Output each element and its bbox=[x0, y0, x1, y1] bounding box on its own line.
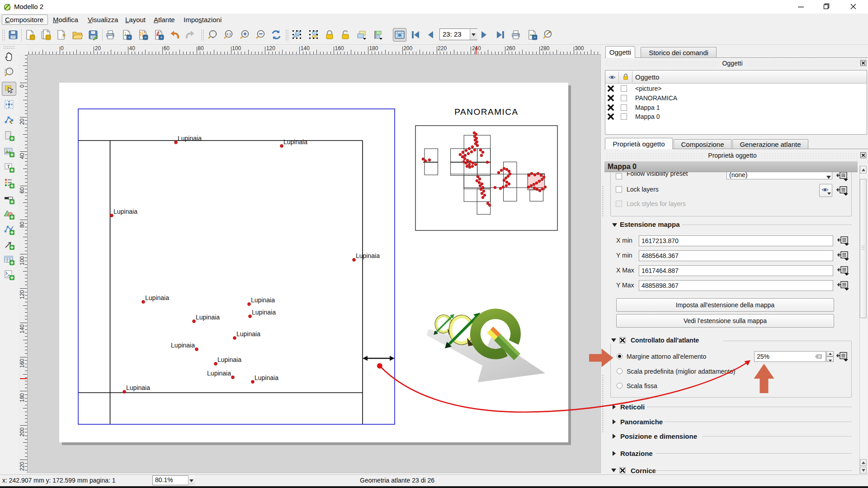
svg-text:Lupinaia: Lupinaia bbox=[113, 208, 137, 215]
svg-text:Lupinaia: Lupinaia bbox=[252, 309, 276, 316]
svg-text:Lupinaia: Lupinaia bbox=[145, 294, 169, 301]
svg-text:Lupinaia: Lupinaia bbox=[217, 356, 241, 363]
svg-text:Lupinaia: Lupinaia bbox=[283, 138, 307, 145]
svg-text:Lupinaia: Lupinaia bbox=[196, 314, 220, 321]
svg-text:1:1: 1:1 bbox=[226, 32, 231, 36]
svg-text:Lupinaia: Lupinaia bbox=[207, 370, 231, 377]
svg-text:T: T bbox=[7, 164, 10, 169]
svg-text:Lupinaia: Lupinaia bbox=[236, 330, 260, 338]
svg-text:Lupinaia: Lupinaia bbox=[126, 384, 150, 391]
svg-text:Lupinaia: Lupinaia bbox=[171, 342, 195, 349]
svg-text:Lupinaia: Lupinaia bbox=[356, 252, 380, 259]
svg-text:Lupinaia: Lupinaia bbox=[255, 374, 278, 381]
svg-text:Lupinaia: Lupinaia bbox=[251, 296, 275, 304]
svg-text:Lupinaia: Lupinaia bbox=[178, 135, 202, 142]
svg-text:PANORAMICA: PANORAMICA bbox=[454, 107, 518, 117]
